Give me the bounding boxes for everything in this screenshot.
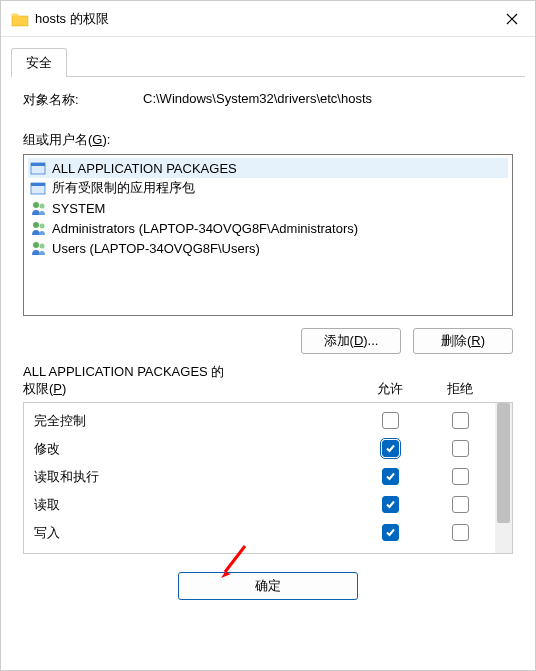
- permissions-list: 完全控制修改读取和执行读取写入: [24, 403, 495, 553]
- svg-point-7: [40, 224, 45, 229]
- group-item[interactable]: 所有受限制的应用程序包: [28, 178, 508, 198]
- groups-label: 组或用户名(G):: [23, 131, 513, 149]
- deny-cell: [425, 440, 495, 457]
- users-icon: [30, 200, 48, 216]
- group-item-label: 所有受限制的应用程序包: [52, 179, 195, 197]
- svg-rect-3: [31, 183, 45, 186]
- permission-name: 修改: [34, 440, 355, 458]
- permission-row: 完全控制: [24, 407, 495, 435]
- allow-cell: [355, 468, 425, 485]
- deny-checkbox[interactable]: [452, 524, 469, 541]
- group-item[interactable]: Administrators (LAPTOP-34OVQG8F\Administ…: [28, 218, 508, 238]
- users-icon: [30, 220, 48, 236]
- group-buttons-row: 添加(D)... 删除(R): [23, 328, 513, 354]
- window-title: hosts 的权限: [35, 10, 489, 28]
- tabs: 安全: [11, 47, 525, 77]
- group-item[interactable]: ALL APPLICATION PACKAGES: [28, 158, 508, 178]
- deny-cell: [425, 412, 495, 429]
- permission-name: 读取和执行: [34, 468, 355, 486]
- permissions-title: ALL APPLICATION PACKAGES 的 权限(P): [23, 364, 355, 398]
- permission-name: 写入: [34, 524, 355, 542]
- permissions-area: 完全控制修改读取和执行读取写入: [23, 402, 513, 554]
- permission-name: 读取: [34, 496, 355, 514]
- group-item-label: SYSTEM: [52, 201, 105, 216]
- permission-name: 完全控制: [34, 412, 355, 430]
- allow-cell: [355, 524, 425, 541]
- allow-checkbox[interactable]: [382, 524, 399, 541]
- permission-row: 读取和执行: [24, 463, 495, 491]
- users-icon: [30, 240, 48, 256]
- tabs-container: 安全: [1, 37, 535, 77]
- add-button[interactable]: 添加(D)...: [301, 328, 401, 354]
- group-item-label: ALL APPLICATION PACKAGES: [52, 161, 237, 176]
- package-icon: [30, 180, 48, 196]
- permission-row: 修改: [24, 435, 495, 463]
- groups-listbox[interactable]: ALL APPLICATION PACKAGES所有受限制的应用程序包SYSTE…: [23, 154, 513, 316]
- content-area: 对象名称: C:\Windows\System32\drivers\etc\ho…: [1, 77, 535, 670]
- deny-checkbox[interactable]: [452, 440, 469, 457]
- object-row: 对象名称: C:\Windows\System32\drivers\etc\ho…: [23, 91, 513, 109]
- deny-checkbox[interactable]: [452, 496, 469, 513]
- allow-checkbox[interactable]: [382, 496, 399, 513]
- group-item-label: Administrators (LAPTOP-34OVQG8F\Administ…: [52, 221, 358, 236]
- close-button[interactable]: [489, 1, 535, 37]
- svg-point-5: [40, 204, 45, 209]
- allow-checkbox[interactable]: [382, 412, 399, 429]
- deny-checkbox[interactable]: [452, 412, 469, 429]
- svg-point-8: [33, 242, 39, 248]
- svg-point-4: [33, 202, 39, 208]
- tab-security[interactable]: 安全: [11, 48, 67, 77]
- ok-button[interactable]: 确定: [178, 572, 358, 600]
- allow-checkbox[interactable]: [382, 440, 399, 457]
- scrollbar[interactable]: [495, 403, 512, 553]
- group-item[interactable]: Users (LAPTOP-34OVQG8F\Users): [28, 238, 508, 258]
- allow-cell: [355, 440, 425, 457]
- permission-row: 写入: [24, 519, 495, 547]
- remove-button[interactable]: 删除(R): [413, 328, 513, 354]
- close-icon: [506, 13, 518, 25]
- permissions-dialog: hosts 的权限 安全 对象名称: C:\Windows\System32\d…: [0, 0, 536, 671]
- scrollbar-thumb[interactable]: [497, 403, 510, 523]
- object-label: 对象名称:: [23, 91, 143, 109]
- svg-rect-1: [31, 163, 45, 166]
- allow-cell: [355, 496, 425, 513]
- dialog-buttons-row: 确定: [23, 554, 513, 610]
- deny-cell: [425, 524, 495, 541]
- svg-point-6: [33, 222, 39, 228]
- allow-cell: [355, 412, 425, 429]
- package-icon: [30, 160, 48, 176]
- allow-checkbox[interactable]: [382, 468, 399, 485]
- deny-cell: [425, 468, 495, 485]
- deny-column-header: 拒绝: [425, 380, 495, 398]
- permissions-header: ALL APPLICATION PACKAGES 的 权限(P) 允许 拒绝: [23, 364, 513, 398]
- permission-row: 读取: [24, 491, 495, 519]
- allow-column-header: 允许: [355, 380, 425, 398]
- group-item-label: Users (LAPTOP-34OVQG8F\Users): [52, 241, 260, 256]
- group-item[interactable]: SYSTEM: [28, 198, 508, 218]
- folder-icon: [11, 11, 29, 27]
- deny-checkbox[interactable]: [452, 468, 469, 485]
- titlebar: hosts 的权限: [1, 1, 535, 37]
- svg-point-9: [40, 244, 45, 249]
- deny-cell: [425, 496, 495, 513]
- object-value: C:\Windows\System32\drivers\etc\hosts: [143, 91, 513, 109]
